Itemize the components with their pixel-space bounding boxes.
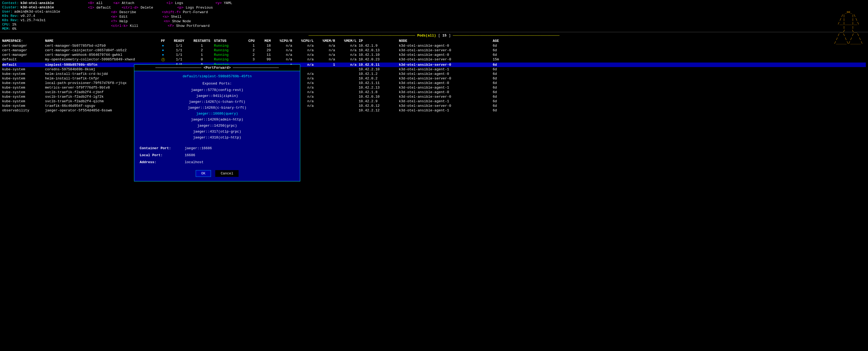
cell-memR: n/a — [316, 44, 337, 48]
sc-key-d: <d> — [111, 10, 117, 14]
cell-namespace: cert-manager — [2, 48, 45, 52]
cell-ip: 10.42.0.10 — [359, 95, 399, 99]
modal-ports-list: jaeger::5778(config-rest) jaeger::9411(z… — [140, 87, 294, 141]
table-row-selected[interactable]: default simplest-598b85769b-45ftn 1/1 0 … — [2, 62, 866, 67]
sc-d: <d> Describe — [111, 10, 136, 14]
cell-cpuR: n/a — [273, 53, 294, 57]
table-row[interactable]: kube-system coredns-597584b69b-8ksmj 8 0… — [2, 67, 866, 71]
sc-desc-e: Edit — [119, 15, 128, 19]
cell-memR: n/a — [316, 53, 337, 57]
col-header-age: AGE — [493, 39, 509, 43]
mem-row: MEM: 6% — [2, 27, 77, 31]
sc-key-ctrld: <ctrl-d> — [122, 6, 138, 10]
k8s-rev-row: K8s Rev: v1.25.7+k3s1 — [2, 18, 77, 22]
cell-cpuR: n/a — [273, 48, 294, 52]
table-row[interactable]: default my-opentelemetry-collector-59985… — [2, 57, 866, 62]
cell-namespace: kube-system — [2, 90, 45, 94]
cell-name: cert-manager-cainjector-c8657d84f-sb5z2 — [45, 48, 158, 52]
cell-ip: 10.42.0.11 — [359, 63, 399, 67]
table-row[interactable]: kube-system svclb-traefik-f2adb2f4-lg72k… — [2, 94, 866, 99]
table-row[interactable]: kube-system helm-install-traefik-crd-kcj… — [2, 71, 866, 76]
cell-ip: 10.42.1.2 — [359, 72, 399, 76]
cell-cpu: 1 — [241, 44, 257, 48]
cell-memL — [337, 72, 359, 76]
k9s-rev-row: K9s Rev: v0.27.4 — [2, 14, 77, 18]
cell-memR — [316, 81, 337, 85]
cell-memR — [316, 77, 337, 81]
sc-s: <s> Shell — [163, 15, 182, 19]
cell-pf: ⓕ — [158, 57, 168, 62]
port-item: jaeger::5778(config-rest) — [140, 87, 294, 93]
cpu-row: CPU: 1% — [2, 23, 77, 27]
k9s-rev-label: K9s Rev: — [2, 14, 19, 18]
cell-memR: 1 — [316, 63, 337, 67]
table-row[interactable]: observability jaeger-operator-5f554d485d… — [2, 108, 866, 113]
cancel-button[interactable]: Cancel — [215, 170, 239, 177]
col-header-memL: %MEM/L — [337, 39, 359, 43]
cell-name: cert-manager-webhook-8564679744-gwhkl — [45, 53, 158, 57]
port-item: jaeger::4317(otlp-grpc) — [140, 129, 294, 135]
table-row[interactable]: kube-system svclb-traefik-f2adb2f4-qlchm… — [2, 99, 866, 104]
cell-memL — [337, 77, 359, 81]
sc-desc-qmark: Help — [119, 19, 128, 23]
cell-ip: 10.42.2.10 — [359, 67, 399, 71]
sc-0: <0> all — [88, 1, 103, 5]
col-header-cpuR: %CPU/R — [273, 39, 294, 43]
modal-body: default/simplest-598b85769b-45ftn Expose… — [134, 71, 300, 181]
port-item: jaeger::9411(zipkin) — [140, 93, 294, 99]
sc-key-ctrlk: <ctrl-k> — [111, 24, 128, 28]
cell-cpuL: n/a — [294, 57, 316, 62]
header-section: Context: k3d-otel-ansible Cluster: k3d-o… — [0, 0, 868, 31]
cell-node: k3d-otel-ansible-server-0 — [399, 77, 493, 81]
mem-label: MEM: — [2, 27, 10, 31]
cell-ip: 10.42.2.13 — [359, 86, 399, 90]
cell-node: k3d-otel-ansible-server-0 — [399, 63, 493, 67]
k8s-rev-label: K8s Rev: — [2, 18, 19, 22]
table-row[interactable]: kube-system traefik-66c46d954f-sgsgv a n… — [2, 104, 866, 108]
container-port-value: jaeger::16686 — [185, 145, 212, 152]
cell-memL — [337, 81, 359, 85]
cell-namespace: cert-manager — [2, 44, 45, 48]
table-row[interactable]: kube-system helm-install-traefik-tkfpr a… — [2, 76, 866, 81]
cell-age: 6d — [493, 90, 509, 94]
cell-ip: 10.42.1.8 — [359, 90, 399, 94]
table-row[interactable]: kube-system metrics-server-5f9f776df5-9b… — [2, 85, 866, 90]
cell-age: 6d — [493, 86, 509, 90]
cell-memL: n/a — [337, 57, 359, 62]
sc-desc-1: default — [96, 6, 111, 10]
sc-desc-ctrld: Delete — [141, 6, 153, 10]
table-row[interactable]: kube-system local-path-provisioner-79f67… — [2, 81, 866, 85]
table-header: NAMESPACE↑ NAME PF READY RESTARTS STATUS… — [2, 38, 866, 43]
port-item: jaeger::14268(c-binary-trft) — [140, 105, 294, 111]
table-row[interactable]: cert-manager cert-manager-cainjector-c86… — [2, 48, 866, 53]
cell-mem: 99 — [257, 57, 273, 62]
table-row[interactable]: kube-system svclb-traefik-f2adb2f4-cjbnf… — [2, 90, 866, 94]
ok-button[interactable]: OK — [196, 170, 211, 177]
container-port-label: Container Port: — [140, 145, 183, 152]
pods-bracket-close: ] — [449, 33, 451, 37]
cell-ip: 10.42.0.12 — [359, 104, 399, 108]
cell-memL — [337, 99, 359, 103]
cell-ip: 10.42.1.11 — [359, 81, 399, 85]
cell-memL — [337, 95, 359, 99]
sc-ctrld: <ctrl-d> Delete — [122, 6, 153, 10]
cell-memR: n/a — [316, 57, 337, 62]
cell-cpuR: n/a — [273, 44, 294, 48]
cell-age: 6d — [493, 99, 509, 103]
shortcut-row5: <?> Help <n> Show Node — [88, 19, 232, 23]
sc-key-e: <e> — [111, 15, 117, 19]
modal-title-text: <PortForward> — [204, 66, 230, 70]
address-label: Address: — [140, 159, 183, 166]
table-row[interactable]: cert-manager cert-manager-webhook-856467… — [2, 53, 866, 57]
local-port-label: Local Port: — [140, 152, 183, 159]
cpu-value: 1% — [12, 23, 17, 27]
divider-1 — [0, 32, 868, 32]
cell-namespace: default — [2, 57, 45, 62]
cell-ip: 10.42.1.10 — [359, 53, 399, 57]
sc-desc-shiftf: Port-Forward — [183, 10, 208, 14]
cell-cpuL: n/a — [294, 53, 316, 57]
cell-status: Running — [214, 57, 241, 62]
cell-mem: 29 — [257, 48, 273, 52]
cell-memL — [337, 86, 359, 90]
table-row[interactable]: cert-manager cert-manager-5b97785fbd-n2f… — [2, 43, 866, 48]
